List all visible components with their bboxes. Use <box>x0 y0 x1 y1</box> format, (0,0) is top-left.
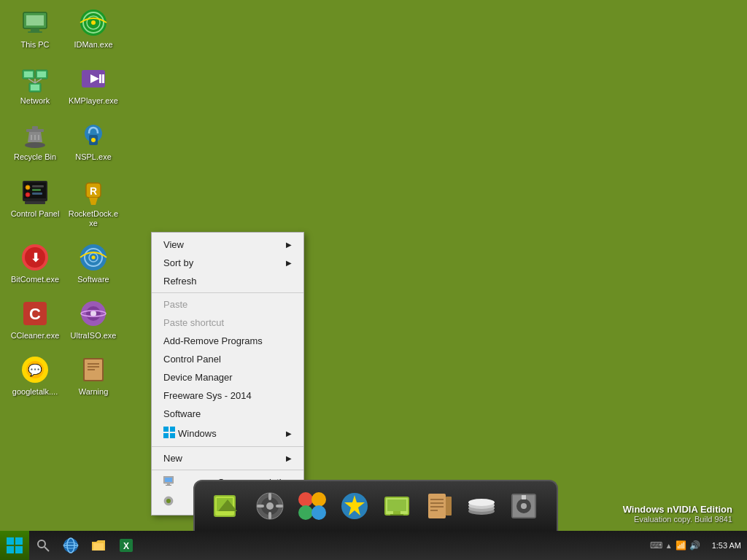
software-icon <box>79 243 108 272</box>
context-menu-freeware[interactable]: Freeware Sys - 2014 <box>152 386 303 405</box>
svg-point-103 <box>521 503 527 509</box>
kmplayer-icon <box>79 64 108 93</box>
svg-rect-11 <box>37 71 46 77</box>
context-menu-control-panel[interactable]: Control Panel <box>152 350 303 368</box>
divider-3 <box>152 470 303 470</box>
rocketdock-icon: R <box>79 177 108 206</box>
watermark-title: Windows nVIDIA Edition <box>623 504 732 515</box>
svg-line-110 <box>44 547 49 551</box>
svg-rect-60 <box>170 427 175 432</box>
svg-point-21 <box>25 142 45 148</box>
desktop-icon-ccleaner[interactable]: C CCleaner.exe <box>6 295 64 345</box>
network-label: Network <box>20 96 50 106</box>
desktop-icon-control-panel[interactable]: Control Panel <box>6 173 64 233</box>
desktop-icon-googletalk[interactable]: 💬 googletalk.... <box>6 351 64 401</box>
svg-text:R: R <box>90 185 97 197</box>
svg-rect-87 <box>387 499 406 511</box>
svg-rect-3 <box>28 31 42 33</box>
svg-line-16 <box>35 79 42 83</box>
context-menu-view[interactable]: View ▶ <box>152 236 303 254</box>
sort-by-arrow: ▶ <box>286 259 292 267</box>
googletalk-icon: 💬 <box>20 355 50 384</box>
idman-icon <box>79 8 108 37</box>
screen-res-icon-small <box>163 476 178 489</box>
dock-item-8[interactable] <box>505 487 543 525</box>
tray-arrow[interactable]: ▲ <box>665 542 673 550</box>
desktop-icon-network[interactable]: Network <box>6 60 64 110</box>
svg-rect-1 <box>26 15 44 26</box>
dock-item-4[interactable] <box>336 487 374 525</box>
svg-rect-115 <box>93 543 104 551</box>
control-panel-label: Control Panel <box>11 209 60 219</box>
context-menu-paste-shortcut[interactable]: Paste shortcut <box>152 314 303 332</box>
svg-text:C: C <box>29 305 41 323</box>
system-tray: ⌨ ▲ 📶 🔊 <box>644 540 706 551</box>
svg-rect-31 <box>32 185 44 187</box>
svg-rect-77 <box>268 512 271 519</box>
time-display: 1:53 AM <box>712 541 741 550</box>
context-menu-paste[interactable]: Paste <box>152 295 303 314</box>
desktop-icon-bitcomet[interactable]: ⬇ BitComet.exe <box>6 238 64 289</box>
ie-button[interactable] <box>57 531 85 560</box>
rocketdock-label: RocketDock.exe <box>67 209 120 228</box>
svg-point-26 <box>91 138 96 142</box>
context-menu-sort-by[interactable]: Sort by ▶ <box>152 254 303 272</box>
desktop-icon-nspl[interactable]: NSPL.exe <box>64 116 123 166</box>
context-menu-add-remove[interactable]: Add-Remove Programs <box>152 332 303 350</box>
desktop-icon-kmplayer[interactable]: KMPlayer.exe <box>64 60 123 110</box>
svg-rect-59 <box>163 427 169 432</box>
recycle-icon <box>20 120 50 149</box>
context-menu-refresh[interactable]: Refresh <box>152 272 303 290</box>
view-arrow: ▶ <box>286 241 292 249</box>
desktop-icon-recycle[interactable]: Recycle Bin <box>6 116 64 166</box>
desktop-icon-idman[interactable]: IDMan.exe <box>64 4 123 54</box>
dock-item-7[interactable] <box>462 487 500 525</box>
dock-item-1[interactable] <box>209 487 247 525</box>
context-menu-windows[interactable]: Windows ▶ <box>152 423 303 444</box>
desktop-icon-ultraiso[interactable]: UltraISO.exe <box>64 295 123 345</box>
start-button[interactable] <box>0 531 29 560</box>
context-menu-device-manager[interactable]: Device Manager <box>152 368 303 386</box>
svg-rect-19 <box>99 74 101 83</box>
dock-item-6[interactable] <box>420 487 458 525</box>
svg-rect-13 <box>31 85 39 90</box>
explorer-button[interactable] <box>85 531 112 560</box>
desktop-icon-rocketdock[interactable]: R RocketDock.exe <box>64 173 123 233</box>
svg-text:💬: 💬 <box>28 363 42 377</box>
svg-rect-61 <box>163 433 169 438</box>
bitcomet-label: BitComet.exe <box>11 275 59 284</box>
search-button[interactable] <box>29 531 57 560</box>
context-menu-software[interactable]: Software <box>152 405 303 423</box>
svg-rect-66 <box>166 485 171 486</box>
desktop-icon-software[interactable]: Software <box>64 238 123 289</box>
svg-rect-23 <box>32 126 38 129</box>
excel-button[interactable]: X <box>112 531 140 560</box>
volume-icon[interactable]: 🔊 <box>689 540 700 551</box>
dock <box>193 480 558 531</box>
svg-rect-64 <box>165 478 172 482</box>
context-menu-new[interactable]: New ▶ <box>152 449 303 467</box>
ccleaner-icon: C <box>20 299 50 328</box>
desktop-icon-warning[interactable]: Warning <box>64 351 123 401</box>
watermark-subtitle: Evaluation copy. Build 9841 <box>623 515 732 524</box>
svg-rect-88 <box>393 511 400 514</box>
nspl-label: NSPL.exe <box>75 152 112 162</box>
svg-point-7 <box>91 20 96 25</box>
svg-rect-32 <box>32 189 41 191</box>
desktop-icons-container: This PC IDMan.exe <box>6 4 123 402</box>
svg-line-15 <box>28 79 35 83</box>
desktop-icon-this-pc[interactable]: This PC <box>6 4 64 54</box>
control-panel-icon <box>20 177 50 206</box>
context-menu: View ▶ Sort by ▶ Refresh Paste Paste sho… <box>151 232 304 516</box>
svg-rect-34 <box>25 201 45 204</box>
bitcomet-icon: ⬇ <box>20 243 50 272</box>
ccleaner-label: CCleaner.exe <box>11 331 60 341</box>
svg-rect-65 <box>167 483 170 485</box>
dock-item-3[interactable] <box>293 487 331 525</box>
svg-marker-37 <box>89 198 98 205</box>
windows-arrow: ▶ <box>286 429 292 438</box>
svg-text:⬇: ⬇ <box>31 252 40 264</box>
dock-item-5[interactable] <box>378 487 416 525</box>
svg-rect-104 <box>522 495 526 499</box>
dock-item-2[interactable] <box>251 487 289 525</box>
